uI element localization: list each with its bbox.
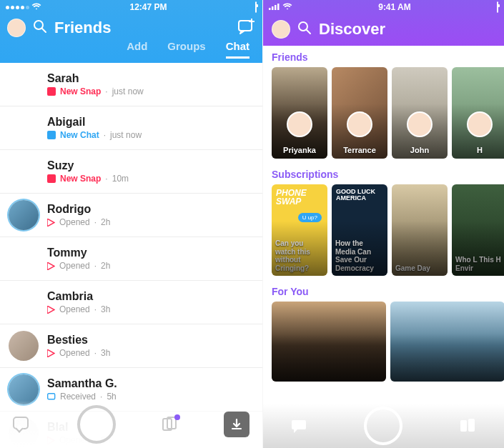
page-title: Discover	[319, 20, 495, 39]
for-you-section: For You	[263, 280, 504, 386]
section-title: Subscriptions	[272, 169, 504, 180]
friend-story-card[interactable]: H	[452, 67, 504, 159]
page-title: Friends	[54, 19, 231, 37]
avatar	[9, 331, 39, 361]
discover-header: 9:41 AM Discover	[263, 0, 504, 47]
chat-list: Sarah New Snap·just now Abigail New Chat…	[0, 63, 262, 448]
download-button[interactable]	[224, 412, 249, 437]
svg-rect-12	[460, 420, 467, 432]
new-snap-icon	[47, 87, 56, 96]
camera-shutter-button[interactable]	[77, 405, 116, 444]
search-icon[interactable]	[33, 19, 47, 36]
chat-status: Opened	[59, 304, 90, 314]
status-time: 12:47 PM	[129, 2, 167, 12]
chat-row[interactable]: Rodrigo Opened·2h	[0, 194, 262, 237]
chat-row[interactable]: Suzy New Snap·10m	[0, 150, 262, 194]
svg-point-0	[34, 21, 43, 29]
chat-name: Samantha G.	[47, 377, 254, 390]
chat-row[interactable]: Cambria Opened·3h	[0, 281, 262, 324]
svg-rect-9	[277, 4, 280, 10]
chat-row[interactable]: Abigail New Chat·just now	[0, 106, 262, 150]
chat-time: just now	[110, 130, 142, 140]
chat-status: New Chat	[60, 130, 99, 140]
new-chat-icon	[47, 131, 56, 139]
battery-icon	[255, 2, 257, 12]
bottom-bar	[263, 404, 504, 448]
section-title: Friends	[272, 51, 504, 63]
chat-status: Opened	[59, 217, 90, 227]
svg-rect-5	[48, 393, 55, 399]
tab-add[interactable]: Add	[127, 40, 147, 59]
chat-name: Cambria	[47, 290, 254, 303]
friends-screen: 12:47 PM Friends Add Groups Chat Sarah	[0, 0, 263, 448]
svg-rect-2	[239, 21, 252, 31]
chat-row[interactable]: Besties Opened·3h	[0, 324, 262, 368]
for-you-card[interactable]	[272, 302, 386, 382]
subscription-card[interactable]: Game Day	[392, 184, 448, 276]
chat-row[interactable]: Sarah New Snap·just now	[0, 63, 262, 106]
friend-story-card[interactable]: Terrance	[332, 67, 387, 159]
avatar	[9, 244, 39, 274]
opened-snap-icon	[47, 349, 55, 357]
chat-nav-icon[interactable]	[13, 417, 31, 432]
svg-point-10	[299, 22, 307, 31]
discover-nav-icon[interactable]	[459, 418, 476, 434]
chat-nav-icon[interactable]	[291, 418, 308, 434]
friend-label: John	[392, 146, 448, 154]
tab-groups[interactable]: Groups	[167, 40, 205, 59]
avatar	[347, 111, 372, 137]
chat-time: 3h	[101, 348, 110, 358]
my-bitmoji-avatar[interactable]	[272, 20, 290, 39]
subscription-card[interactable]: Who L This H Envir	[452, 184, 504, 276]
chat-status: New Snap	[60, 86, 101, 96]
status-bar: 12:47 PM	[0, 0, 262, 14]
chat-time: 10m	[112, 174, 129, 184]
avatar	[9, 374, 39, 404]
avatar	[9, 156, 39, 186]
chat-status: New Snap	[60, 174, 101, 184]
subscription-card[interactable]: GOOD LUCK AMERICA How the Media Can Save…	[332, 184, 387, 276]
friend-label: H	[452, 146, 504, 154]
camera-shutter-button[interactable]	[364, 407, 402, 445]
avatar	[9, 113, 39, 143]
friend-label: Priyanka	[272, 146, 327, 154]
opened-snap-icon	[47, 219, 55, 227]
chat-name: Tommy	[47, 247, 254, 259]
search-icon[interactable]	[297, 21, 312, 38]
chat-name: Abigail	[47, 116, 254, 129]
friend-story-card[interactable]: John	[392, 67, 448, 159]
svg-rect-6	[269, 8, 271, 10]
subscription-card[interactable]: PHONE SWAP U up? Can you watch this with…	[272, 184, 327, 276]
avatar	[9, 287, 39, 317]
signal-bars-icon	[269, 2, 280, 12]
wifi-icon	[31, 2, 41, 12]
wifi-icon	[282, 2, 292, 12]
avatar	[467, 111, 493, 137]
my-bitmoji-avatar[interactable]	[7, 19, 26, 37]
bottom-bar	[0, 401, 262, 448]
chat-name: Rodrigo	[47, 203, 254, 216]
signal-dots-icon	[6, 6, 29, 9]
friend-story-card[interactable]: Priyanka	[272, 67, 327, 159]
chat-status: Opened	[59, 348, 90, 358]
friend-label: Terrance	[332, 146, 387, 154]
opened-snap-icon	[47, 306, 55, 314]
chat-status: Opened	[59, 261, 90, 271]
svg-rect-13	[468, 419, 475, 432]
avatar	[9, 200, 39, 230]
received-chat-icon	[47, 393, 56, 401]
status-bar: 9:41 AM	[263, 0, 504, 14]
chat-time: 3h	[101, 304, 110, 314]
new-chat-icon[interactable]	[238, 19, 255, 37]
chat-time: 2h	[101, 217, 110, 227]
avatar	[407, 111, 433, 137]
chat-name: Suzy	[47, 159, 254, 172]
for-you-card[interactable]	[390, 302, 504, 382]
status-time: 9:41 AM	[378, 2, 411, 12]
chat-row[interactable]: Tommy Opened·2h	[0, 237, 262, 281]
discover-nav-icon[interactable]	[162, 417, 178, 432]
new-snap-icon	[47, 174, 56, 183]
svg-rect-7	[272, 6, 274, 10]
tab-chat[interactable]: Chat	[226, 40, 249, 59]
avatar	[9, 69, 39, 99]
